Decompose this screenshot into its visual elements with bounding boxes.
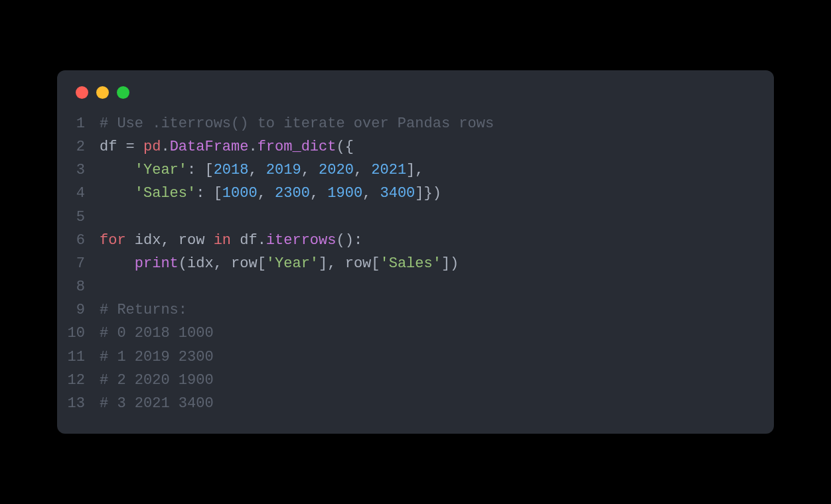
code-token: 'Year' [135,162,187,178]
code-content[interactable]: # Use .iterrows() to iterate over Pandas… [100,112,494,135]
code-token: in [214,232,231,249]
code-token: . [258,232,266,249]
code-token [100,255,135,272]
line-number: 12 [57,369,100,392]
code-token: # Use .iterrows() to iterate over Pandas… [100,115,494,132]
code-content[interactable]: print(idx, row['Year'], row['Sales']) [100,252,459,275]
line-number: 4 [57,182,100,205]
code-token: . [248,139,257,155]
code-content[interactable]: # 3 2021 3400 [100,392,214,415]
line-number: 6 [57,229,100,252]
code-content[interactable]: # 2 2020 1900 [100,369,214,392]
code-token: : [ [196,185,222,202]
code-token: 1900 [327,185,362,202]
code-token: 2019 [266,162,301,178]
code-content[interactable]: # Returns: [100,298,187,322]
code-token: , [354,162,371,178]
code-token: , [362,185,380,202]
line-number: 7 [57,252,100,275]
line-number: 3 [57,158,100,182]
line-number: 1 [57,112,100,135]
code-token: # Returns: [100,302,187,318]
code-token [100,162,135,178]
code-token: ({ [336,139,353,155]
code-line[interactable]: 12# 2 2020 1900 [57,369,774,392]
code-token: iterrows [266,232,337,249]
code-line[interactable]: 1# Use .iterrows() to iterate over Panda… [57,112,774,135]
code-token: df [100,139,126,155]
code-line[interactable]: 9# Returns: [57,298,774,322]
code-token: : [ [187,162,214,178]
line-number: 8 [57,275,100,298]
code-token: ]}) [415,185,441,202]
code-token: ]) [441,255,459,272]
code-token: 2018 [214,162,249,178]
code-token: # 1 2019 2300 [100,349,214,365]
code-line[interactable]: 6for idx, row in df.iterrows(): [57,229,774,252]
code-token: # 0 2018 1000 [100,325,214,342]
code-token [100,185,135,202]
code-content[interactable]: for idx, row in df.iterrows(): [100,229,362,252]
code-token: (idx, row[ [179,255,266,272]
code-token: 2021 [371,162,406,178]
code-token: , [248,162,265,178]
code-token: 'Sales' [380,255,441,272]
code-line[interactable]: 8 [57,275,774,298]
close-icon[interactable] [76,86,88,99]
code-content[interactable]: 'Sales': [1000, 2300, 1900, 3400]}) [100,182,441,205]
code-content[interactable]: 'Year': [2018, 2019, 2020, 2021], [100,158,424,182]
code-token: for [100,232,126,249]
code-line[interactable]: 5 [57,206,774,229]
line-number: 11 [57,346,100,369]
code-editor[interactable]: 1# Use .iterrows() to iterate over Panda… [57,112,774,415]
code-token: ], row[ [319,255,380,272]
code-token: from_dict [258,139,337,155]
code-token: 'Sales' [135,185,196,202]
code-line[interactable]: 11# 1 2019 2300 [57,346,774,369]
code-token: . [161,139,169,155]
line-number: 10 [57,322,100,345]
code-window: 1# Use .iterrows() to iterate over Panda… [57,70,774,434]
code-token: ], [406,162,423,178]
code-line[interactable]: 2df = pd.DataFrame.from_dict({ [57,135,774,158]
code-token: , [301,162,319,178]
code-content[interactable]: df = pd.DataFrame.from_dict({ [100,135,354,158]
code-token: # 3 2021 3400 [100,395,214,412]
code-token: 2020 [319,162,354,178]
minimize-icon[interactable] [96,86,109,99]
code-line[interactable]: 7 print(idx, row['Year'], row['Sales']) [57,252,774,275]
code-token: 3400 [380,185,416,202]
line-number: 9 [57,298,100,322]
line-number: 5 [57,206,100,229]
code-token: # 2 2020 1900 [100,372,214,389]
code-token: (): [336,232,362,249]
maximize-icon[interactable] [117,86,129,99]
window-controls [57,86,774,112]
code-line[interactable]: 10# 0 2018 1000 [57,322,774,345]
code-content[interactable]: # 0 2018 1000 [100,322,214,345]
code-token: , [310,185,327,202]
code-token: idx, row [126,232,214,249]
code-content[interactable]: # 1 2019 2300 [100,346,214,369]
code-token: df [231,232,258,249]
code-token: DataFrame [170,139,249,155]
code-token: = [126,139,135,155]
code-token: print [135,255,179,272]
code-line[interactable]: 3 'Year': [2018, 2019, 2020, 2021], [57,158,774,182]
code-token: 2300 [275,185,310,202]
code-line[interactable]: 13# 3 2021 3400 [57,392,774,415]
code-token: 'Year' [266,255,319,272]
code-token: 1000 [222,185,258,202]
code-line[interactable]: 4 'Sales': [1000, 2300, 1900, 3400]}) [57,182,774,205]
line-number: 2 [57,135,100,158]
code-token: pd [135,139,161,155]
code-token: , [258,185,275,202]
line-number: 13 [57,392,100,415]
